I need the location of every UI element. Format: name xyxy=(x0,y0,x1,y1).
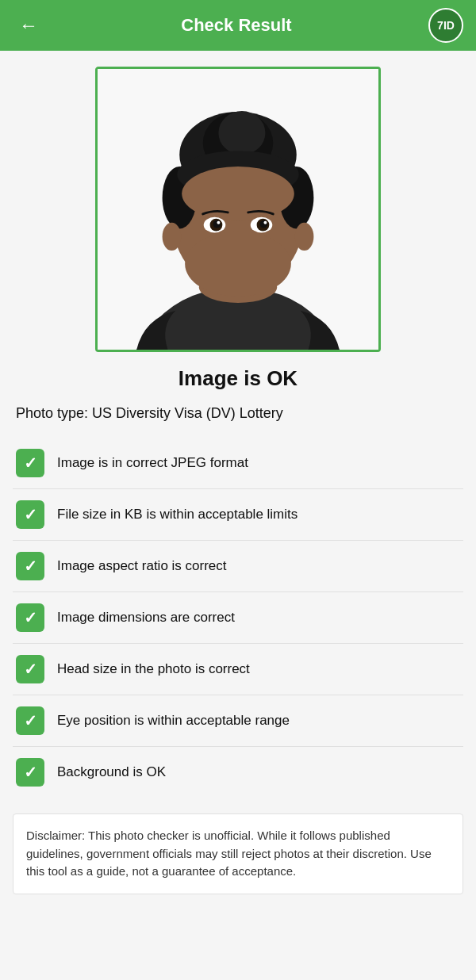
check-text-filesize: File size in KB is within acceptable lim… xyxy=(57,507,298,523)
photo-type-label: Photo type: US Diversity Visa (DV) Lotte… xyxy=(13,405,463,422)
svg-point-17 xyxy=(217,221,220,224)
check-text-background: Background is OK xyxy=(57,764,166,780)
check-item-format: Image is in correct JPEG format xyxy=(13,438,463,489)
photo-frame xyxy=(95,67,381,352)
back-button[interactable]: ← xyxy=(13,8,44,43)
svg-point-24 xyxy=(185,232,291,297)
check-text-aspect: Image aspect ratio is correct xyxy=(57,558,227,574)
svg-point-15 xyxy=(213,220,221,228)
check-icon-aspect xyxy=(16,552,44,580)
photo-svg xyxy=(98,69,378,350)
check-text-headsize: Head size in the photo is correct xyxy=(57,661,250,677)
page-title: Check Result xyxy=(44,15,428,36)
svg-point-6 xyxy=(218,111,265,155)
check-icon-eyeposition xyxy=(16,706,44,735)
check-item-background: Background is OK xyxy=(13,747,463,798)
check-item-headsize: Head size in the photo is correct xyxy=(13,644,463,695)
svg-point-16 xyxy=(260,220,268,228)
check-item-eyeposition: Eye position is within acceptable range xyxy=(13,695,463,747)
photo-container xyxy=(13,67,463,352)
check-icon-background xyxy=(16,758,44,787)
check-icon-headsize xyxy=(16,655,44,683)
disclaimer-box: Disclaimer: This photo checker is unoffi… xyxy=(13,813,463,894)
check-text-eyeposition: Eye position is within acceptable range xyxy=(57,713,290,729)
check-text-format: Image is in correct JPEG format xyxy=(57,455,248,471)
status-title: Image is OK xyxy=(13,366,463,391)
check-text-dimensions: Image dimensions are correct xyxy=(57,610,235,626)
check-icon-filesize xyxy=(16,500,44,529)
svg-point-23 xyxy=(295,223,314,251)
main-content: Image is OK Photo type: US Diversity Vis… xyxy=(0,51,476,910)
svg-point-18 xyxy=(263,221,267,224)
svg-point-22 xyxy=(163,223,182,251)
check-item-filesize: File size in KB is within acceptable lim… xyxy=(13,489,463,541)
check-item-dimensions: Image dimensions are correct xyxy=(13,592,463,644)
check-item-aspect: Image aspect ratio is correct xyxy=(13,541,463,592)
app-header: ← Check Result 7ID xyxy=(0,0,476,51)
svg-point-10 xyxy=(182,167,294,221)
disclaimer-text: Disclaimer: This photo checker is unoffi… xyxy=(26,829,432,878)
app-logo: 7ID xyxy=(428,8,463,43)
check-list: Image is in correct JPEG format File siz… xyxy=(13,438,463,798)
passport-photo xyxy=(98,69,378,350)
check-icon-dimensions xyxy=(16,603,44,632)
check-icon-format xyxy=(16,449,44,477)
